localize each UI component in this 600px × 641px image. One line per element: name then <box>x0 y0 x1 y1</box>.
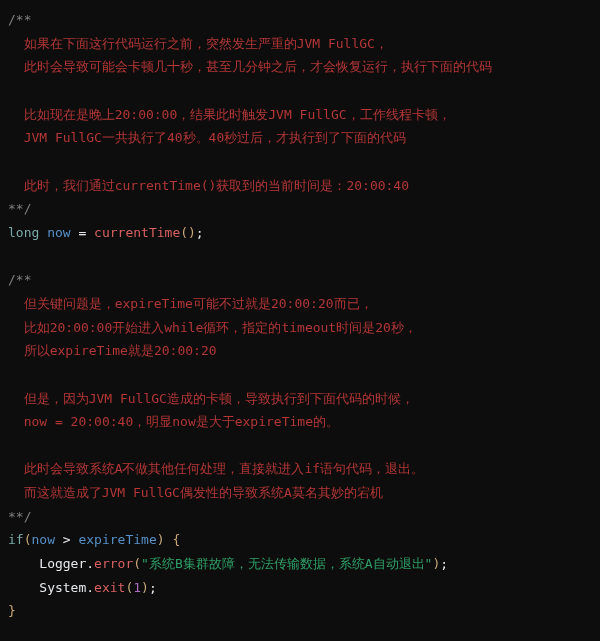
comment-line: 如果在下面这行代码运行之前，突然发生严重的JVM FullGC， <box>8 36 388 51</box>
dot: . <box>86 580 94 595</box>
comment-line: 但是，因为JVM FullGC造成的卡顿，导致执行到下面代码的时候， <box>8 391 414 406</box>
comment-close: **/ <box>8 201 31 216</box>
number-1: 1 <box>133 580 141 595</box>
comment-line: 此时会导致可能会卡顿几十秒，甚至几分钟之后，才会恢复运行，执行下面的代码 <box>8 59 492 74</box>
comment-line: 而这就造成了JVM FullGC偶发性的导致系统A莫名其妙的宕机 <box>8 485 383 500</box>
comment-line: 所以expireTime就是20:00:20 <box>8 343 217 358</box>
comment-line: 此时，我们通过currentTime()获取到的当前时间是：20:00:40 <box>8 178 409 193</box>
comment-close: **/ <box>8 509 31 524</box>
comment-line: 此时会导致系统A不做其他任何处理，直接就进入if语句代码，退出。 <box>8 461 424 476</box>
equals: = <box>78 225 86 240</box>
type-keyword: long <box>8 225 39 240</box>
dot: . <box>86 556 94 571</box>
comment-open: /** <box>8 272 31 287</box>
semicolon: ; <box>149 580 157 595</box>
string-literal: "系统B集群故障，无法传输数据，系统A自动退出" <box>141 556 432 571</box>
cls-System: System <box>39 580 86 595</box>
semicolon: ; <box>440 556 448 571</box>
var-expireTime: expireTime <box>78 532 156 547</box>
comment-line: now = 20:00:40，明显now是大于expireTime的。 <box>8 414 339 429</box>
semicolon: ; <box>196 225 204 240</box>
comment-line: 比如现在是晚上20:00:00，结果此时触发JVM FullGC，工作线程卡顿， <box>8 107 451 122</box>
rparen: ) <box>188 225 196 240</box>
cls-Logger: Logger <box>39 556 86 571</box>
if-keyword: if <box>8 532 24 547</box>
method-exit: exit <box>94 580 125 595</box>
code-block: /** 如果在下面这行代码运行之前，突然发生严重的JVM FullGC， 此时会… <box>0 0 600 631</box>
fn-currentTime: currentTime <box>94 225 180 240</box>
method-error: error <box>94 556 133 571</box>
lparen: ( <box>180 225 188 240</box>
comment-line: 但关键问题是，expireTime可能不过就是20:00:20而已， <box>8 296 373 311</box>
gt: > <box>63 532 71 547</box>
lparen: ( <box>133 556 141 571</box>
rparen: ) <box>157 532 165 547</box>
var-now: now <box>47 225 70 240</box>
comment-open: /** <box>8 12 31 27</box>
rparen: ) <box>141 580 149 595</box>
lbrace: { <box>172 532 180 547</box>
comment-line: JVM FullGC一共执行了40秒。40秒过后，才执行到了下面的代码 <box>8 130 406 145</box>
comment-line: 比如20:00:00开始进入while循环，指定的timeout时间是20秒， <box>8 320 417 335</box>
rbrace: } <box>8 603 16 618</box>
var-now: now <box>31 532 54 547</box>
